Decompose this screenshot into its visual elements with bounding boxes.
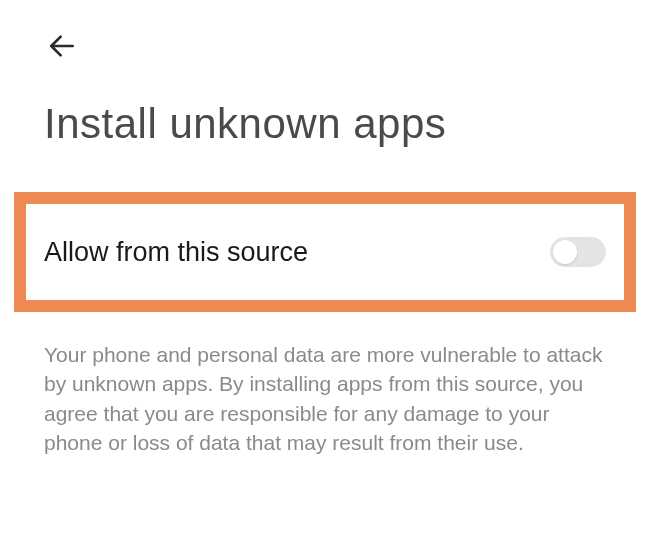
allow-source-setting-row[interactable]: Allow from this source [44,220,606,284]
allow-source-toggle[interactable] [550,237,606,267]
page-title: Install unknown apps [44,100,446,148]
toggle-knob [553,240,577,264]
arrow-left-icon [46,30,78,62]
warning-description: Your phone and personal data are more vu… [44,340,606,458]
back-button[interactable] [44,28,80,64]
allow-source-label: Allow from this source [44,237,308,268]
